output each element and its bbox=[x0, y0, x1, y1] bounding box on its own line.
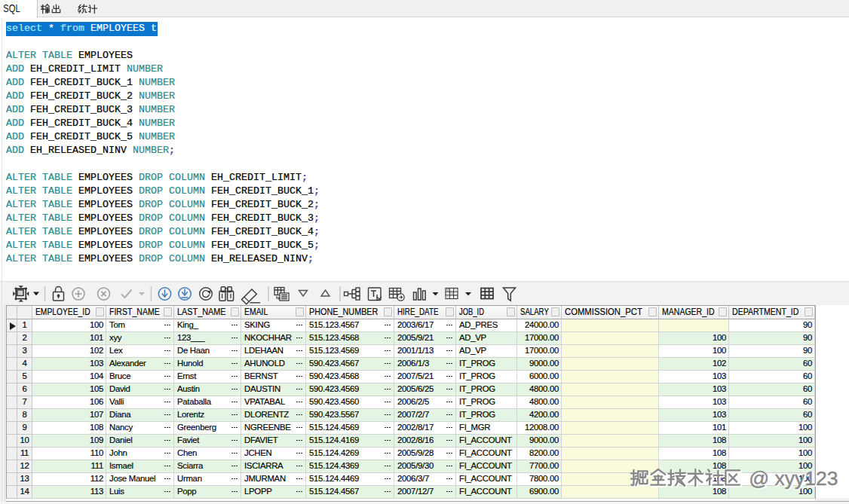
svg-text:@ xyy123: @ xyy123 bbox=[749, 467, 838, 490]
